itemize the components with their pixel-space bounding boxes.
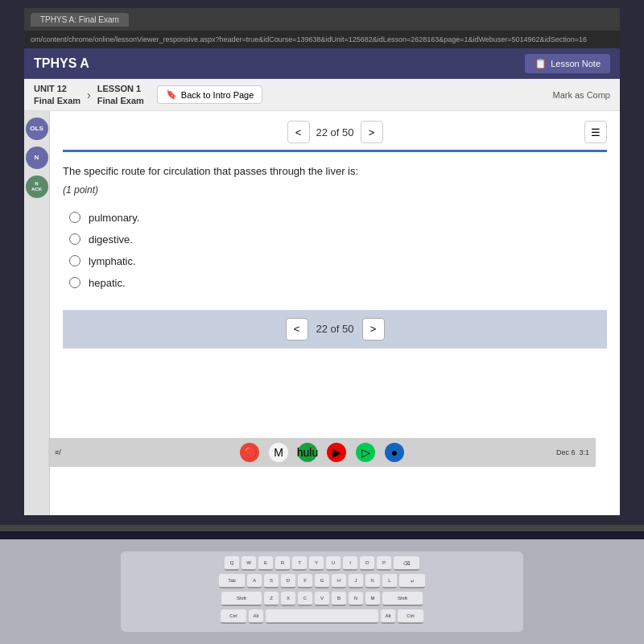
key-shift-left[interactable]: Shift bbox=[221, 592, 262, 606]
key-row-3: Shift Z X C V B N M Shift bbox=[126, 592, 518, 606]
key-f[interactable]: F bbox=[298, 574, 312, 588]
key-ctrl[interactable]: Ctrl bbox=[221, 609, 246, 624]
taskbar: ≡/ 🔴 M hulu ▶ ▷ ● Dec 6 3:1 bbox=[48, 438, 596, 467]
key-d[interactable]: D bbox=[281, 574, 295, 588]
key-m[interactable]: M bbox=[365, 592, 380, 606]
key-row-2: Tab A S D F G H J K L ↵ bbox=[126, 574, 518, 588]
key-o[interactable]: O bbox=[360, 556, 374, 571]
progress-line bbox=[63, 150, 607, 152]
radio-2[interactable] bbox=[69, 233, 80, 245]
option-3-label: lymphatic. bbox=[89, 255, 136, 267]
breadcrumb: UNIT 12 Final Exam › LESSON 1 Final Exam… bbox=[24, 79, 620, 111]
option-2-label: digestive. bbox=[89, 233, 133, 246]
breadcrumb-arrow: › bbox=[87, 89, 91, 101]
mark-complete-label: Mark as Comp bbox=[552, 90, 610, 100]
key-t[interactable]: T bbox=[292, 556, 307, 571]
key-n[interactable]: N bbox=[349, 592, 363, 606]
sidebar-n-button[interactable]: N bbox=[26, 147, 48, 169]
key-u[interactable]: U bbox=[326, 556, 341, 571]
unit-name: Final Exam bbox=[34, 95, 80, 106]
option-1[interactable]: pulmonary. bbox=[63, 207, 607, 229]
play-icon[interactable]: ▷ bbox=[356, 443, 375, 462]
time-label: 3:1 bbox=[579, 448, 589, 456]
browser-tab-bar: TPHYS A: Final Exam bbox=[24, 8, 620, 31]
answer-options: pulmonary. digestive. lymphatic. hepatic… bbox=[63, 207, 607, 294]
lesson-note-label: Lesson Note bbox=[551, 59, 601, 68]
key-enter[interactable]: ↵ bbox=[399, 574, 425, 588]
chrome-icon[interactable]: 🔴 bbox=[240, 443, 259, 462]
bottom-prev-button[interactable]: < bbox=[286, 318, 308, 341]
key-shift-right[interactable]: Shift bbox=[382, 592, 423, 606]
key-v[interactable]: V bbox=[315, 592, 329, 606]
unit-number: UNIT 12 bbox=[34, 83, 80, 94]
list-view-button[interactable]: ☰ bbox=[584, 121, 607, 143]
lesson-number: LESSON 1 bbox=[97, 83, 144, 94]
lesson-name: Final Exam bbox=[97, 95, 144, 106]
url-text: om/content/chrome/online/lessonViewer_re… bbox=[31, 35, 587, 43]
key-k[interactable]: K bbox=[365, 574, 380, 588]
unit-label: UNIT 12 Final Exam bbox=[34, 83, 80, 106]
key-alt-right[interactable]: Alt bbox=[381, 609, 395, 624]
key-y[interactable]: Y bbox=[309, 556, 324, 571]
keyboard: Q W E R T Y U I O P ⌫ Tab A S D F G H J … bbox=[0, 539, 644, 644]
prev-icon: < bbox=[295, 126, 302, 138]
points-label: (1 point) bbox=[63, 184, 607, 196]
note-icon: 📋 bbox=[535, 58, 547, 69]
youtube-icon[interactable]: ▶ bbox=[327, 443, 346, 462]
lesson-note-button[interactable]: 📋 Lesson Note bbox=[525, 54, 610, 73]
option-4[interactable]: hepatic. bbox=[63, 272, 607, 294]
key-p[interactable]: P bbox=[377, 556, 391, 571]
key-i[interactable]: I bbox=[343, 556, 357, 571]
key-z[interactable]: Z bbox=[264, 592, 279, 606]
taskbar-datetime: Dec 6 3:1 bbox=[556, 448, 589, 456]
gmail-icon[interactable]: M bbox=[269, 443, 288, 462]
key-backspace[interactable]: ⌫ bbox=[394, 556, 419, 571]
key-e[interactable]: E bbox=[258, 556, 273, 571]
key-j[interactable]: J bbox=[349, 574, 363, 588]
bottom-prev-icon: < bbox=[294, 323, 300, 335]
key-tab[interactable]: Tab bbox=[219, 574, 245, 588]
radio-3[interactable] bbox=[69, 255, 80, 266]
date-label: Dec 6 bbox=[556, 448, 576, 456]
key-s[interactable]: S bbox=[264, 574, 279, 588]
key-alt[interactable]: Alt bbox=[249, 609, 263, 624]
question-text: The specific route for circulation that … bbox=[63, 163, 607, 180]
radio-1[interactable] bbox=[69, 212, 80, 223]
next-page-button[interactable]: > bbox=[361, 121, 383, 143]
key-a[interactable]: A bbox=[247, 574, 262, 588]
sidebar-nack-button[interactable]: NACK bbox=[26, 175, 48, 198]
tab-title: TPHYS A: Final Exam bbox=[40, 15, 119, 24]
back-to-intro-button[interactable]: 🔖 Back to Intro Page bbox=[157, 85, 263, 104]
option-3[interactable]: lymphatic. bbox=[63, 250, 607, 272]
bottom-next-icon: > bbox=[370, 323, 377, 335]
key-q[interactable]: Q bbox=[225, 556, 239, 571]
key-ctrl-right[interactable]: Ctrl bbox=[398, 609, 423, 624]
bottom-next-button[interactable]: > bbox=[362, 318, 385, 341]
back-btn-label: Back to Intro Page bbox=[181, 90, 254, 100]
browser-tab[interactable]: TPHYS A: Final Exam bbox=[31, 13, 129, 27]
key-b[interactable]: B bbox=[332, 592, 346, 606]
key-x[interactable]: X bbox=[281, 592, 295, 606]
key-w[interactable]: W bbox=[242, 556, 256, 571]
key-g[interactable]: G bbox=[315, 574, 329, 588]
key-space[interactable] bbox=[266, 609, 378, 624]
hulu-icon[interactable]: hulu bbox=[298, 443, 317, 462]
list-icon: ☰ bbox=[591, 126, 601, 138]
ols-label: OLS bbox=[30, 126, 43, 133]
app-title: TPHYS A bbox=[34, 56, 89, 71]
top-pagination: < 22 of 50 > ☰ bbox=[63, 121, 607, 143]
key-row-1: Q W E R T Y U I O P ⌫ bbox=[126, 556, 518, 571]
app-header: TPHYS A 📋 Lesson Note bbox=[24, 48, 620, 79]
prev-page-button[interactable]: < bbox=[287, 121, 310, 143]
bottom-page-count: 22 of 50 bbox=[313, 323, 357, 335]
left-sidebar: OLS N NACK bbox=[24, 111, 50, 515]
key-l[interactable]: L bbox=[382, 574, 397, 588]
key-h[interactable]: H bbox=[332, 574, 346, 588]
app-icon[interactable]: ● bbox=[385, 443, 404, 462]
key-r[interactable]: R bbox=[275, 556, 290, 571]
key-c[interactable]: C bbox=[298, 592, 312, 606]
option-2[interactable]: digestive. bbox=[63, 229, 607, 250]
sidebar-ols-button[interactable]: OLS bbox=[26, 118, 48, 140]
option-4-label: hepatic. bbox=[89, 277, 126, 289]
radio-4[interactable] bbox=[69, 277, 80, 288]
